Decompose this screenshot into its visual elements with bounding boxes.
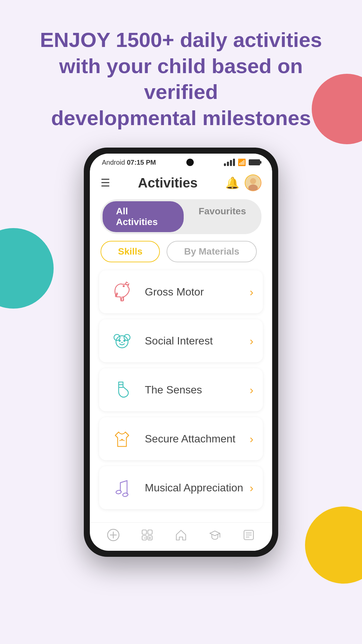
wifi-icon: 📶	[238, 158, 246, 166]
social-interest-icon	[109, 327, 135, 354]
svg-point-1	[250, 178, 256, 184]
decorative-circle-yellow	[305, 506, 362, 584]
svg-point-6	[124, 334, 130, 340]
svg-point-15	[116, 490, 121, 494]
signal-icon	[224, 159, 235, 166]
menu-icon[interactable]: ☰	[101, 176, 110, 189]
list-item[interactable]: Gross Motor ›	[99, 270, 263, 313]
musical-appreciation-label: Musical Appreciation	[145, 482, 250, 494]
phone-screen: Android 07:15 PM 📶 ☰ Activities 🔔	[90, 154, 272, 551]
musical-appreciation-icon	[109, 474, 135, 501]
list-item[interactable]: The Senses ›	[99, 368, 263, 411]
battery-icon	[249, 159, 260, 165]
list-item[interactable]: Secure Attachment ›	[99, 417, 263, 460]
tab-favourites[interactable]: Favourites	[185, 201, 259, 232]
hero-heading: ENJOY 1500+ daily activities with your c…	[0, 0, 362, 148]
secure-attachment-label: Secure Attachment	[145, 433, 250, 445]
tab-all-activities[interactable]: All Activities	[103, 201, 184, 232]
tab-pill-wrapper: All Activities Favourites	[101, 199, 261, 234]
filter-container: Skills By Materials	[90, 237, 272, 268]
filter-skills[interactable]: Skills	[101, 241, 160, 262]
status-icons: 📶	[224, 158, 260, 166]
list-item[interactable]: Social Interest ›	[99, 319, 263, 362]
svg-point-8	[123, 340, 125, 342]
svg-point-5	[114, 334, 120, 340]
status-bar-time: Android 07:15 PM	[102, 159, 156, 166]
tab-container: All Activities Favourites	[90, 194, 272, 237]
nav-home[interactable]	[175, 529, 187, 541]
secure-attachment-icon	[109, 425, 135, 452]
chevron-icon: ›	[250, 285, 253, 299]
svg-rect-21	[148, 530, 152, 534]
nav-add[interactable]	[107, 529, 120, 541]
chevron-icon: ›	[250, 383, 253, 396]
the-senses-label: The Senses	[145, 384, 250, 396]
chevron-icon: ›	[250, 432, 253, 445]
chevron-icon: ›	[250, 481, 253, 494]
nav-activities[interactable]	[141, 529, 154, 541]
page-title: Activities	[138, 175, 198, 191]
nav-learn[interactable]	[208, 529, 221, 541]
chevron-icon: ›	[250, 334, 253, 347]
gross-motor-label: Gross Motor	[145, 286, 250, 298]
svg-point-3	[123, 285, 125, 287]
hero-highlight: ENJOY 1500+	[40, 28, 174, 51]
list-item[interactable]: Musical Appreciation ›	[99, 466, 263, 509]
svg-point-12	[121, 439, 123, 441]
bell-icon[interactable]: 🔔	[225, 176, 239, 190]
header-icons: 🔔	[225, 174, 261, 191]
social-interest-label: Social Interest	[145, 335, 250, 347]
filter-by-materials[interactable]: By Materials	[167, 241, 257, 262]
nav-news[interactable]	[242, 529, 255, 541]
bottom-nav	[90, 522, 272, 551]
svg-point-7	[119, 340, 121, 342]
the-senses-icon	[109, 376, 135, 403]
app-header: ☰ Activities 🔔	[90, 169, 272, 194]
decorative-circle-teal	[0, 228, 54, 309]
svg-point-16	[122, 493, 128, 497]
front-camera	[186, 159, 194, 166]
gross-motor-icon	[109, 278, 135, 305]
list-container: Gross Motor › Social Interest	[90, 268, 272, 522]
phone-frame: Android 07:15 PM 📶 ☰ Activities 🔔	[84, 148, 278, 557]
avatar[interactable]	[245, 174, 261, 191]
svg-rect-20	[142, 530, 146, 534]
status-bar: Android 07:15 PM 📶	[90, 154, 272, 169]
svg-point-9	[121, 342, 123, 343]
